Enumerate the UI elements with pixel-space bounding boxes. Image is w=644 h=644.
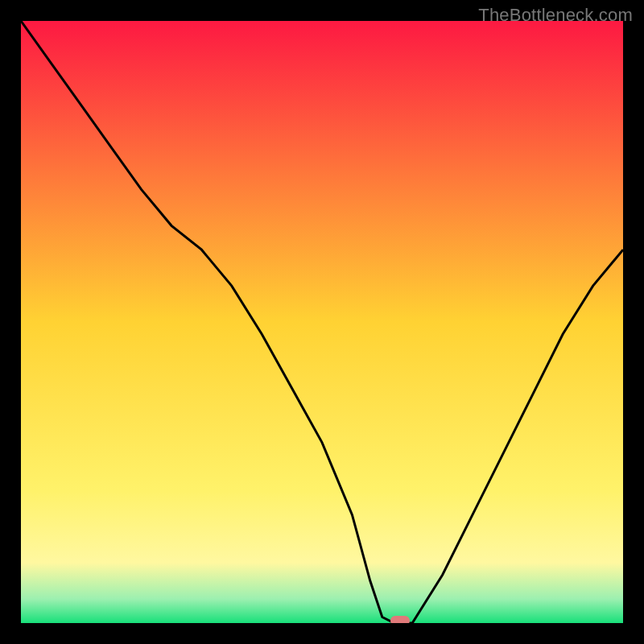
- watermark-text: TheBottleneck.com: [478, 5, 633, 26]
- bottleneck-curve: [21, 21, 623, 623]
- plot-area: [21, 21, 623, 623]
- chart-container: TheBottleneck.com: [0, 0, 644, 644]
- optimal-marker: [390, 616, 410, 623]
